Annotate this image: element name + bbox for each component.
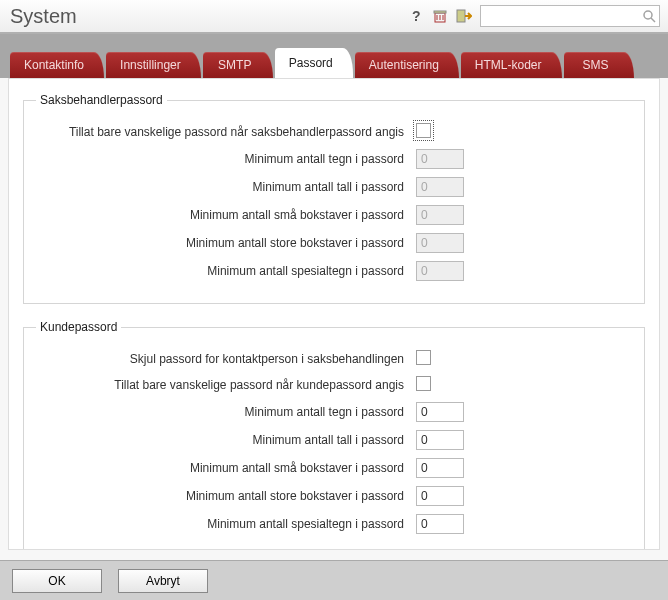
number-input[interactable] (416, 486, 464, 506)
delete-icon[interactable] (432, 8, 448, 24)
button-bar: OK Avbryt (0, 560, 668, 600)
tab-kontaktinfo[interactable]: Kontaktinfo (10, 52, 104, 78)
help-icon[interactable]: ? (408, 8, 424, 24)
tabs-row: KontaktinfoInnstillingerSMTPPassordAuten… (0, 48, 668, 78)
tab-label: Autentisering (369, 58, 439, 72)
field-label: Minimum antall tall i passord (36, 180, 416, 194)
field-label: Minimum antall tegn i passord (36, 152, 416, 166)
number-input[interactable] (416, 402, 464, 422)
custpw-row: Minimum antall små bokstaver i passord (36, 458, 632, 478)
custpw-row: Tillat bare vanskelige passord når kunde… (36, 376, 632, 394)
adminpw-row: Minimum antall små bokstaver i passord (36, 205, 632, 225)
custpw-row: Minimum antall spesialtegn i passord (36, 514, 632, 534)
toolbar-spacer (0, 34, 668, 48)
number-input[interactable] (416, 514, 464, 534)
field-label: Minimum antall spesialtegn i passord (36, 264, 416, 278)
cancel-button[interactable]: Avbryt (118, 569, 208, 593)
svg-text:?: ? (412, 8, 421, 24)
number-input (416, 205, 464, 225)
field-label: Minimum antall store bokstaver i passord (36, 489, 416, 503)
field-label: Minimum antall små bokstaver i passord (36, 208, 416, 222)
field-label: Minimum antall små bokstaver i passord (36, 461, 416, 475)
svg-rect-6 (457, 10, 465, 22)
field-label: Skjul passord for kontaktperson i saksbe… (36, 352, 416, 366)
field-label: Minimum antall store bokstaver i passord (36, 236, 416, 250)
tab-label: SMS (583, 58, 609, 72)
field-label: Minimum antall tegn i passord (36, 405, 416, 419)
tab-label: SMTP (218, 58, 251, 72)
number-input[interactable] (416, 458, 464, 478)
number-input (416, 261, 464, 281)
custpw-row: Minimum antall store bokstaver i passord (36, 486, 632, 506)
adminpw-row: Minimum antall tall i passord (36, 177, 632, 197)
checkbox[interactable] (416, 123, 431, 138)
tab-sms[interactable]: SMS (564, 52, 634, 78)
search-icon[interactable] (642, 9, 656, 23)
tab-label: HTML-koder (475, 58, 542, 72)
tab-html-koder[interactable]: HTML-koder (461, 52, 562, 78)
adminpw-row: Tillat bare vanskelige passord når saksb… (36, 123, 632, 141)
number-input[interactable] (416, 430, 464, 450)
search-input[interactable] (480, 5, 660, 27)
custpw-row: Minimum antall tall i passord (36, 430, 632, 450)
group-admin-legend: Saksbehandlerpassord (36, 93, 167, 107)
field-label: Tillat bare vanskelige passord når kunde… (36, 378, 416, 392)
checkbox[interactable] (416, 376, 431, 391)
exit-icon[interactable] (456, 8, 472, 24)
title-actions: ? (408, 8, 472, 24)
number-input (416, 149, 464, 169)
group-admin-password: Saksbehandlerpassord Tillat bare vanskel… (23, 93, 645, 304)
svg-line-8 (651, 18, 655, 22)
checkbox[interactable] (416, 350, 431, 365)
ok-button[interactable]: OK (12, 569, 102, 593)
tab-label: Passord (289, 56, 333, 70)
number-input (416, 233, 464, 253)
tab-label: Kontaktinfo (24, 58, 84, 72)
adminpw-row: Minimum antall store bokstaver i passord (36, 233, 632, 253)
tab-smtp[interactable]: SMTP (203, 52, 273, 78)
svg-point-7 (644, 11, 652, 19)
tab-innstillinger[interactable]: Innstillinger (106, 52, 201, 78)
group-cust-legend: Kundepassord (36, 320, 121, 334)
field-label: Minimum antall spesialtegn i passord (36, 517, 416, 531)
adminpw-row: Minimum antall tegn i passord (36, 149, 632, 169)
custpw-row: Skjul passord for kontaktperson i saksbe… (36, 350, 632, 368)
tab-passord[interactable]: Passord (275, 48, 353, 78)
tab-autentisering[interactable]: Autentisering (355, 52, 459, 78)
custpw-row: Minimum antall tegn i passord (36, 402, 632, 422)
field-label: Minimum antall tall i passord (36, 433, 416, 447)
window-title: System (10, 5, 77, 28)
number-input (416, 177, 464, 197)
search-wrap (480, 5, 660, 27)
tab-label: Innstillinger (120, 58, 181, 72)
title-bar: System ? (0, 0, 668, 34)
group-customer-password: Kundepassord Skjul passord for kontaktpe… (23, 320, 645, 550)
svg-rect-5 (434, 11, 446, 13)
settings-panel: Saksbehandlerpassord Tillat bare vanskel… (8, 78, 660, 550)
adminpw-row: Minimum antall spesialtegn i passord (36, 261, 632, 281)
field-label: Tillat bare vanskelige passord når saksb… (36, 125, 416, 139)
system-window: System ? (0, 0, 668, 600)
